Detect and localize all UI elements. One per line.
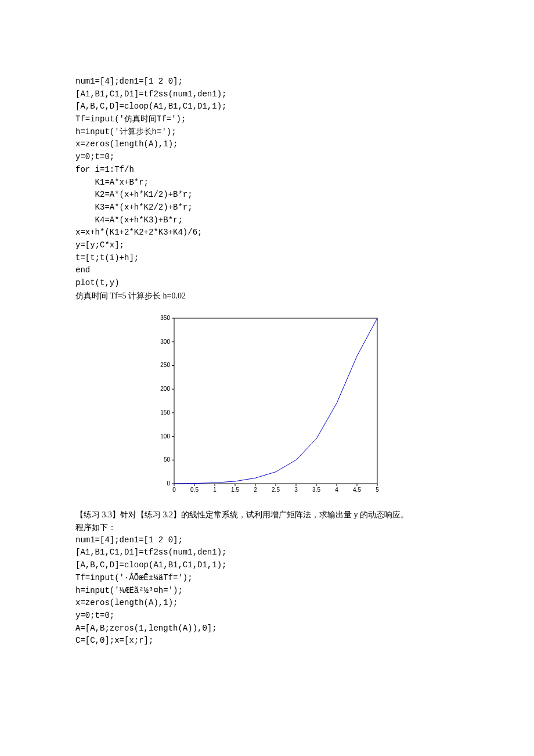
svg-text:2.5: 2.5	[272, 487, 280, 493]
svg-text:100: 100	[160, 433, 170, 440]
svg-text:250: 250	[160, 362, 170, 369]
svg-text:1: 1	[213, 487, 217, 493]
svg-text:300: 300	[160, 339, 170, 345]
line-chart: 00.511.522.533.544.550501001502002503003…	[151, 312, 383, 498]
simulation-params: 仿真时间 Tf=5 计算步长 h=0.02	[75, 290, 459, 303]
svg-text:3: 3	[294, 487, 298, 493]
program-label: 程序如下：	[75, 521, 459, 534]
svg-text:200: 200	[160, 386, 170, 393]
svg-text:4.5: 4.5	[353, 487, 361, 493]
chart-container: 00.511.522.533.544.550501001502002503003…	[75, 312, 459, 498]
svg-text:0.5: 0.5	[190, 487, 199, 493]
svg-text:5: 5	[376, 487, 379, 493]
code-block-1: num1=[4];den1=[1 2 0]; [A1,B1,C1,D1]=tf2…	[75, 75, 459, 290]
svg-text:0: 0	[167, 480, 170, 487]
svg-text:2: 2	[254, 487, 257, 493]
exercise-text: 【练习 3.3】针对【练习 3.2】的线性定常系统，试利用增广矩阵法，求输出量 …	[75, 509, 459, 521]
code-block-2: num1=[4];den1=[1 2 0]; [A1,B1,C1,D1]=tf2…	[75, 534, 459, 647]
svg-text:350: 350	[160, 315, 170, 321]
svg-text:0: 0	[172, 487, 176, 493]
svg-text:150: 150	[160, 409, 170, 416]
svg-text:4: 4	[335, 487, 338, 493]
svg-text:3.5: 3.5	[312, 487, 320, 493]
svg-text:50: 50	[164, 457, 171, 463]
svg-rect-0	[174, 318, 377, 484]
svg-text:1.5: 1.5	[231, 487, 239, 493]
document-page: num1=[4];den1=[1 2 0]; [A1,B1,C1,D1]=tf2…	[0, 0, 534, 682]
